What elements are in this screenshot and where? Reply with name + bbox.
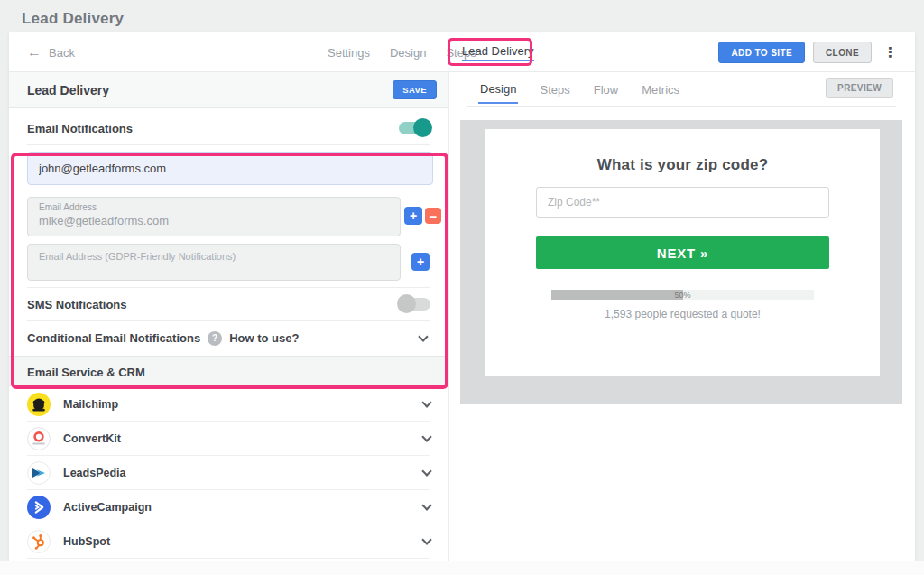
email-notifications-row: Email Notifications — [27, 112, 430, 145]
crm-item-label: HubSpot — [63, 535, 110, 548]
question-mark-icon[interactable]: ? — [208, 331, 222, 346]
kebab-menu-icon[interactable]: ⋮ — [880, 44, 901, 60]
crm-row-hubspot[interactable]: HubSpot — [27, 524, 430, 559]
form-question-heading: What is your zip code? — [485, 156, 880, 174]
form-preview-panel: Design Steps Flow Metrics PREVIEW What i… — [449, 72, 915, 561]
sms-notifications-toggle[interactable] — [399, 298, 430, 311]
how-to-use-link[interactable]: How to use? — [229, 331, 299, 345]
tab-flow[interactable]: Flow — [592, 75, 620, 103]
chevron-down-icon[interactable] — [421, 500, 431, 510]
mailchimp-icon — [27, 393, 51, 416]
page-bottom-strip — [0, 561, 924, 575]
progress-bar: 50% — [551, 290, 814, 300]
primary-email-input[interactable] — [27, 152, 433, 185]
crm-item-label: LeadsPedia — [63, 467, 125, 479]
app-window: ← Back Settings Design Steps Lead Delive… — [9, 32, 915, 561]
crm-row-convertkit[interactable]: ConvertKit — [27, 422, 430, 456]
nav-item-design[interactable]: Design — [390, 46, 426, 60]
chevron-down-icon[interactable] — [421, 431, 431, 441]
progress-percent-label: 50% — [551, 291, 814, 300]
crm-row-activecampaign[interactable]: ActiveCampaign — [27, 490, 430, 524]
panel-title: Lead Delivery — [27, 72, 109, 108]
back-label: Back — [49, 46, 75, 60]
remove-email-button[interactable]: − — [425, 208, 441, 224]
crm-row-mailchimp[interactable]: Mailchimp — [27, 387, 430, 422]
back-button[interactable]: ← Back — [27, 32, 75, 72]
email-notifications-label: Email Notifications — [27, 122, 133, 135]
form-preview-card: What is your zip code? NEXT » 50% 1,593 … — [485, 129, 880, 376]
crm-item-label: Mailchimp — [63, 398, 118, 411]
nav-item-lead-delivery-label: Lead Delivery — [462, 44, 534, 61]
conditional-email-row[interactable]: Conditional Email Notifications ? How to… — [27, 320, 430, 355]
toggle-knob — [413, 118, 432, 137]
plus-icon: + — [410, 209, 417, 222]
panel-header: Lead Delivery SAVE — [9, 72, 448, 108]
leadspedia-icon — [27, 461, 51, 485]
crm-item-label: ActiveCampaign — [63, 501, 152, 514]
add-gdpr-email-button[interactable]: + — [411, 253, 430, 271]
sms-notifications-row: SMS Notifications — [27, 287, 430, 320]
hubspot-icon — [27, 530, 51, 553]
chevron-down-icon[interactable] — [421, 534, 431, 544]
form-preview-area: What is your zip code? NEXT » 50% 1,593 … — [460, 120, 902, 404]
tabs-divider — [467, 106, 896, 107]
next-button[interactable]: NEXT » — [536, 236, 829, 269]
social-proof-text: 1,593 people requested a quote! — [485, 308, 880, 320]
activecampaign-icon — [27, 496, 51, 519]
minus-icon: − — [430, 209, 438, 223]
top-toolbar: ← Back Settings Design Steps Lead Delive… — [9, 32, 915, 72]
chevron-down-icon[interactable] — [421, 466, 431, 476]
conditional-email-label: Conditional Email Notifications — [27, 331, 200, 345]
chevron-down-icon[interactable] — [418, 331, 428, 341]
save-button[interactable]: SAVE — [393, 80, 437, 99]
email-notifications-toggle[interactable] — [399, 122, 430, 134]
crm-row-leadspedia[interactable]: LeadsPedia — [27, 456, 430, 490]
crm-item-label: ConvertKit — [63, 432, 121, 445]
nav-item-settings[interactable]: Settings — [328, 46, 370, 60]
zip-code-input[interactable] — [536, 187, 829, 218]
secondary-email-input[interactable] — [39, 214, 389, 227]
crm-section-header: Email Service & CRM — [9, 356, 448, 386]
tab-design[interactable]: Design — [478, 74, 518, 104]
add-email-button[interactable]: + — [404, 207, 422, 225]
tab-steps[interactable]: Steps — [538, 75, 571, 103]
nav-item-lead-delivery[interactable]: Lead Delivery — [462, 32, 534, 72]
tab-metrics[interactable]: Metrics — [640, 75, 681, 103]
sms-notifications-label: SMS Notifications — [27, 298, 127, 311]
top-nav: Settings Design Steps — [328, 32, 476, 72]
preview-button[interactable]: PREVIEW — [826, 78, 893, 98]
toolbar-actions: ADD TO SITE CLONE ⋮ — [718, 32, 901, 72]
add-to-site-button[interactable]: ADD TO SITE — [718, 42, 805, 63]
chevron-down-icon[interactable] — [421, 397, 431, 407]
secondary-email-field[interactable]: Email Address — [27, 197, 401, 236]
preview-tabs: Design Steps Flow Metrics — [478, 72, 681, 106]
clone-button[interactable]: CLONE — [813, 42, 872, 63]
gdpr-email-input[interactable] — [27, 244, 401, 281]
convertkit-icon — [27, 427, 51, 450]
plus-icon: + — [417, 255, 424, 268]
lead-delivery-panel: Lead Delivery SAVE Email Notifications E… — [9, 72, 449, 561]
secondary-email-label: Email Address — [39, 202, 389, 212]
back-arrow-icon: ← — [27, 45, 42, 60]
page-title: Lead Delivery — [22, 10, 124, 28]
crm-section-title: Email Service & CRM — [27, 366, 145, 379]
toggle-knob — [397, 294, 416, 313]
